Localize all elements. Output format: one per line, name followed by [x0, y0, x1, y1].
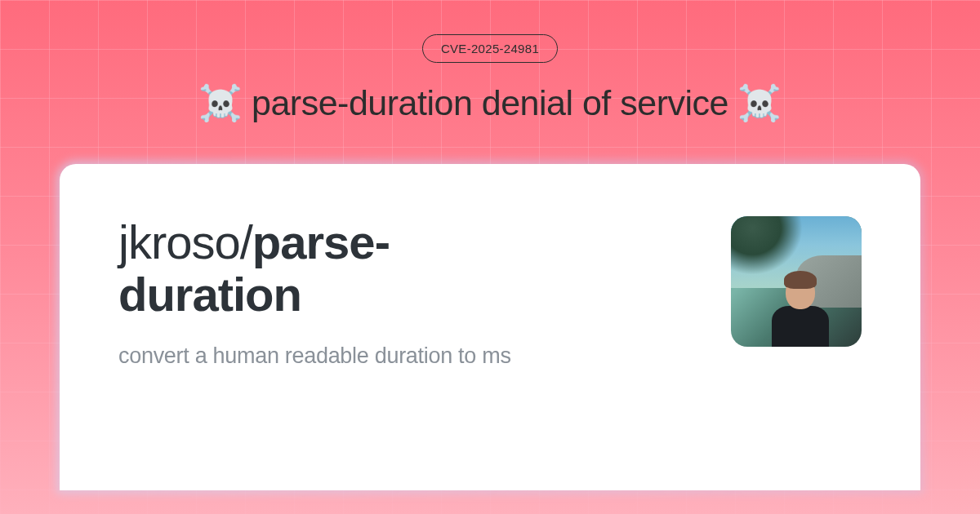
avatar-hair — [784, 271, 817, 289]
avatar-person — [768, 275, 833, 347]
repo-owner: jkroso — [118, 215, 240, 268]
repo-name-part2: duration — [118, 268, 301, 321]
content-container: CVE-2025-24981 ☠️ parse-duration denial … — [0, 0, 980, 514]
card-wrapper: jkroso/parse-duration convert a human re… — [60, 164, 920, 490]
cve-badge: CVE-2025-24981 — [422, 34, 558, 63]
repo-name-part1: parse — [252, 215, 375, 268]
cve-id-text: CVE-2025-24981 — [441, 42, 539, 55]
avatar-body — [772, 306, 829, 347]
repo-name-hyphen: - — [375, 215, 390, 268]
card-text-section: jkroso/parse-duration convert a human re… — [118, 216, 698, 458]
avatar — [731, 216, 862, 347]
repo-separator: / — [240, 215, 252, 268]
repo-description: convert a human readable duration to ms — [118, 343, 698, 369]
repo-title: jkroso/parse-duration — [118, 216, 698, 321]
vulnerability-title: ☠️ parse-duration denial of service ☠️ — [198, 82, 782, 123]
repo-card: jkroso/parse-duration convert a human re… — [60, 164, 920, 490]
avatar-foliage — [731, 216, 803, 275]
